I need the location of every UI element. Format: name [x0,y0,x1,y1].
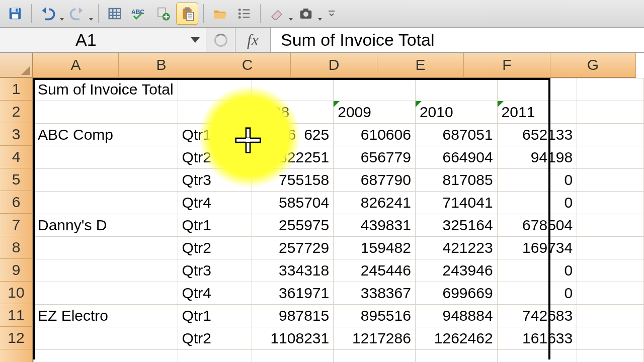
cell[interactable]: 325164 [415,214,497,237]
column-header[interactable]: B [119,53,204,78]
cell[interactable] [252,78,334,101]
cell[interactable] [415,350,497,363]
cell[interactable]: 687051 [415,124,497,146]
save-button[interactable] [4,3,26,25]
column-header[interactable]: G [550,53,636,78]
cell[interactable] [34,146,178,169]
row-header[interactable]: 8 [0,236,33,259]
column-header[interactable]: C [204,53,291,78]
redo-button[interactable] [66,3,88,25]
cell[interactable] [34,237,178,259]
cell[interactable] [497,78,577,101]
customize-toolbar-button[interactable] [324,3,339,25]
paste-button[interactable] [176,3,198,25]
column-header[interactable]: A [33,53,119,78]
cell[interactable]: Qtr3 [178,259,252,282]
cell[interactable]: 687790 [334,169,416,192]
select-all-corner[interactable] [0,53,33,78]
cell[interactable] [577,169,644,192]
cell[interactable]: 255975 [252,214,334,237]
cell[interactable]: 714041 [415,192,497,214]
row-header[interactable]: 10 [0,282,33,304]
open-button[interactable] [209,3,231,25]
cell[interactable]: 169734 [497,237,577,259]
cell[interactable] [577,350,644,363]
cell[interactable]: Qtr2 [178,327,252,350]
cell[interactable]: Sum of Invoice Total [34,78,178,101]
cell[interactable] [577,305,644,327]
row-header[interactable]: 2 [0,101,33,123]
cell[interactable] [577,259,644,282]
cell[interactable]: 652133 [497,124,577,146]
cell[interactable]: 1262462 [415,327,497,350]
spellcheck-button[interactable]: ABC [128,3,150,25]
cell[interactable]: 895516 [334,305,416,327]
formula-input[interactable]: Sum of Invoice Total [271,28,644,52]
cell[interactable] [334,350,416,363]
column-header[interactable]: F [464,53,550,78]
row-header[interactable]: 6 [0,191,33,214]
cell[interactable] [577,101,644,124]
cell[interactable]: 817085 [415,169,497,192]
cell[interactable] [577,282,644,305]
cell[interactable]: 678504 [497,214,577,237]
cell[interactable] [178,78,252,101]
eraser-menu-caret[interactable] [289,18,293,21]
cell[interactable]: 439831 [334,214,416,237]
undo-menu-caret[interactable] [60,18,64,21]
cell[interactable] [178,350,252,363]
formula-cancel-button[interactable] [206,28,235,52]
cell[interactable]: 94198 [497,146,577,169]
cell[interactable]: EZ Electro [34,305,178,327]
cell[interactable]: 2011 [497,101,577,124]
cell[interactable]: 755158 [252,169,334,192]
cell[interactable]: 0 [497,192,577,214]
cell[interactable]: 2010 [415,101,497,124]
cell[interactable]: 1108231 [252,327,334,350]
cell[interactable]: 421223 [415,237,497,259]
cell[interactable] [577,237,644,259]
row-header[interactable]: 1 [0,78,33,101]
camera-menu-caret[interactable] [318,18,322,21]
column-header[interactable]: D [291,53,377,78]
cell[interactable]: Qtr4 [178,282,252,305]
redo-menu-caret[interactable] [89,18,93,21]
insert-function-button[interactable]: fx [235,28,271,52]
cell[interactable] [577,124,644,146]
cell[interactable]: 1217286 [334,327,416,350]
cell[interactable]: 826241 [334,192,416,214]
eraser-button[interactable] [266,3,288,25]
row-header[interactable]: 12 [0,327,33,349]
cell[interactable] [577,78,644,101]
cell[interactable]: Qtr4 [178,192,252,214]
cell[interactable]: Danny's D [34,214,178,237]
cell[interactable] [577,192,644,214]
cell-grid[interactable]: Sum of Invoice Total 2008 2009 2010 2011 [33,78,644,362]
name-box-caret-icon[interactable] [191,37,200,43]
row-header[interactable]: 3 [0,123,33,146]
cell[interactable]: 2008 [252,101,334,124]
name-box[interactable]: A1 [0,28,206,52]
screenshot-button[interactable] [295,3,317,25]
row-header[interactable]: 11 [0,304,33,327]
row-header[interactable]: 9 [0,259,33,282]
cell[interactable]: 822251 [252,146,334,169]
cell[interactable]: 338367 [334,282,416,305]
cell[interactable]: 2009 [334,101,416,124]
cell[interactable]: Qtr3 [178,169,252,192]
cell[interactable]: 699669 [415,282,497,305]
cell[interactable]: 161633 [497,327,577,350]
column-header[interactable]: E [377,53,464,78]
cell[interactable] [415,78,497,101]
cell[interactable]: 243946 [415,259,497,282]
cell[interactable]: Qtr2 [178,237,252,259]
cell[interactable]: Qtr2 [178,146,252,169]
cell[interactable]: 610606 [334,124,416,146]
cell[interactable] [34,192,178,214]
cell[interactable] [34,327,178,350]
cell[interactable]: 664904 [415,146,497,169]
cell[interactable] [34,101,178,124]
cell[interactable]: 159482 [334,237,416,259]
row-header[interactable]: 7 [0,214,33,236]
cell[interactable] [577,214,644,237]
